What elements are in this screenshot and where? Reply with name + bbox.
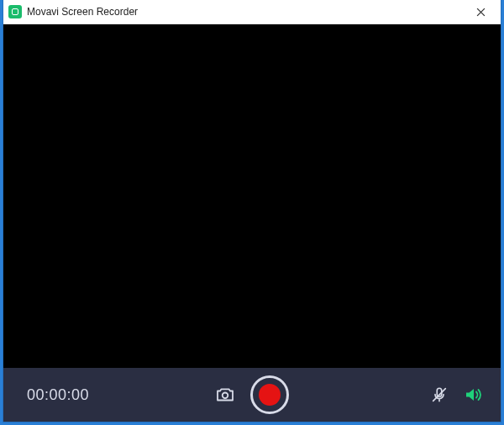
record-button[interactable] [250, 375, 289, 414]
right-controls [430, 385, 484, 405]
movavi-app-icon [8, 5, 22, 18]
microphone-muted-icon [430, 386, 449, 404]
app-window: Movavi Screen Recorder 00:00:00 [3, 0, 501, 422]
desktop: Movavi Screen Recorder 00:00:00 [0, 0, 504, 425]
system-audio-button[interactable] [464, 385, 484, 405]
close-button[interactable] [464, 0, 497, 24]
microphone-button[interactable] [430, 386, 449, 404]
speaker-on-icon [464, 385, 484, 405]
preview-area [3, 24, 501, 368]
screenshot-button[interactable] [215, 385, 235, 405]
record-icon [259, 384, 281, 406]
svg-point-0 [223, 393, 228, 399]
recording-timer: 00:00:00 [27, 386, 89, 404]
window-title: Movavi Screen Recorder [27, 6, 464, 18]
camera-icon [215, 385, 235, 405]
close-icon [476, 8, 486, 17]
center-controls [215, 375, 289, 414]
titlebar: Movavi Screen Recorder [3, 0, 501, 24]
control-bar: 00:00:00 [3, 368, 501, 422]
